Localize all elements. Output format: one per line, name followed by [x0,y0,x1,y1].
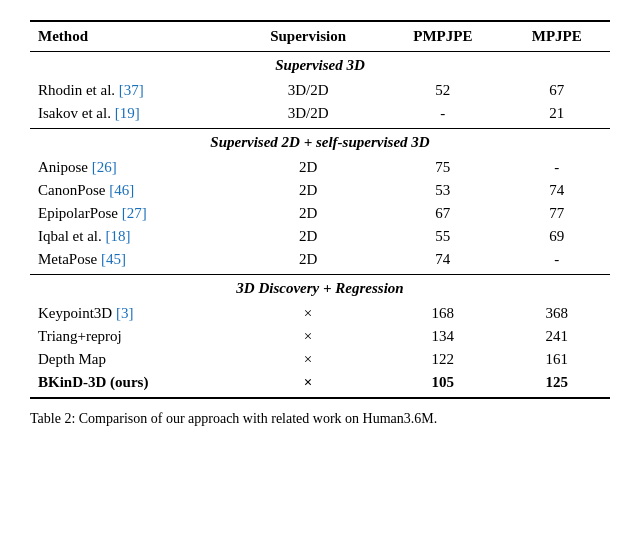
cell-method: Iqbal et al. [18] [30,225,234,248]
cell-supervision: × [234,371,382,397]
cell-pmpjpe: 67 [382,202,503,225]
cell-mpjpe: 69 [503,225,610,248]
cell-method: Anipose [26] [30,156,234,179]
col-header-pmpjpe: PMPJPE [382,22,503,52]
table-row: MetaPose [45]2D74- [30,248,610,275]
cell-mpjpe: - [503,156,610,179]
table-row: Isakov et al. [19]3D/2D-21 [30,102,610,129]
cell-supervision: 2D [234,248,382,275]
table-row: BKinD-3D (ours)×105125 [30,371,610,397]
cell-supervision: 2D [234,202,382,225]
cell-pmpjpe: 74 [382,248,503,275]
cell-mpjpe: 67 [503,79,610,102]
cell-mpjpe: 21 [503,102,610,129]
section-header: 3D Discovery + Regression [30,275,610,303]
cell-method: Keypoint3D [3] [30,302,234,325]
cell-method: Isakov et al. [19] [30,102,234,129]
section-title: Supervised 3D [30,52,610,80]
cell-supervision: 2D [234,225,382,248]
cell-method: BKinD-3D (ours) [30,371,234,397]
table-caption: Table 2: Comparison of our approach with… [30,409,610,429]
citation: [3] [116,305,134,321]
table-header-row: Method Supervision PMPJPE MPJPE [30,22,610,52]
cell-pmpjpe: 134 [382,325,503,348]
cell-supervision: 3D/2D [234,79,382,102]
cell-pmpjpe: 105 [382,371,503,397]
cell-method: CanonPose [46] [30,179,234,202]
citation: [26] [92,159,117,175]
table-row: Keypoint3D [3]×168368 [30,302,610,325]
cell-mpjpe: 161 [503,348,610,371]
citation: [45] [101,251,126,267]
section-title: Supervised 2D + self-supervised 3D [30,129,610,157]
cell-mpjpe: 241 [503,325,610,348]
citation: [27] [122,205,147,221]
table-row: Anipose [26]2D75- [30,156,610,179]
cell-method: EpipolarPose [27] [30,202,234,225]
table-row: CanonPose [46]2D5374 [30,179,610,202]
citation: [46] [109,182,134,198]
cell-method: Rhodin et al. [37] [30,79,234,102]
table-row: Triang+reproj×134241 [30,325,610,348]
cell-mpjpe: 77 [503,202,610,225]
section-title: 3D Discovery + Regression [30,275,610,303]
cell-method: Triang+reproj [30,325,234,348]
cell-pmpjpe: 53 [382,179,503,202]
cell-supervision: 2D [234,179,382,202]
citation: [18] [105,228,130,244]
cell-method: MetaPose [45] [30,248,234,275]
cell-pmpjpe: 122 [382,348,503,371]
cell-supervision: × [234,325,382,348]
col-header-method: Method [30,22,234,52]
citation: [37] [119,82,144,98]
citation: [19] [115,105,140,121]
section-header: Supervised 3D [30,52,610,80]
cell-mpjpe: - [503,248,610,275]
col-header-supervision: Supervision [234,22,382,52]
cell-method: Depth Map [30,348,234,371]
caption-text: Table 2: Comparison of our approach with… [30,411,437,426]
cell-pmpjpe: - [382,102,503,129]
cell-pmpjpe: 75 [382,156,503,179]
table-row: Depth Map×122161 [30,348,610,371]
comparison-table: Method Supervision PMPJPE MPJPE Supervis… [30,20,610,399]
table-row: Iqbal et al. [18]2D5569 [30,225,610,248]
cell-supervision: 3D/2D [234,102,382,129]
table-row: EpipolarPose [27]2D6777 [30,202,610,225]
cell-mpjpe: 74 [503,179,610,202]
cell-pmpjpe: 168 [382,302,503,325]
cell-supervision: × [234,348,382,371]
cell-mpjpe: 125 [503,371,610,397]
cell-mpjpe: 368 [503,302,610,325]
cell-supervision: 2D [234,156,382,179]
table-row: Rhodin et al. [37]3D/2D5267 [30,79,610,102]
cell-supervision: × [234,302,382,325]
cell-pmpjpe: 52 [382,79,503,102]
section-header: Supervised 2D + self-supervised 3D [30,129,610,157]
cell-pmpjpe: 55 [382,225,503,248]
col-header-mpjpe: MPJPE [503,22,610,52]
